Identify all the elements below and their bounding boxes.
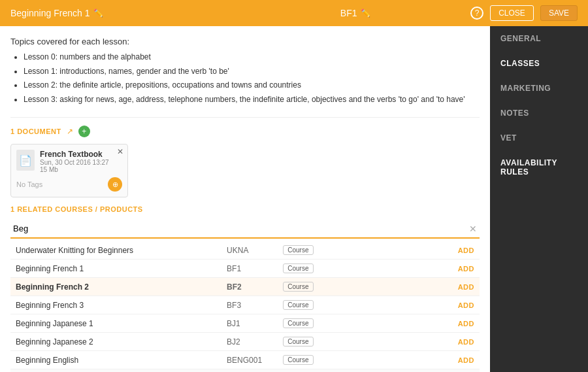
header-center: BF1 ✏️: [240, 8, 470, 18]
course-type: Course: [278, 333, 334, 351]
lesson-item: Lesson 1: introductions, names, gender a…: [24, 65, 480, 79]
course-action: ADD: [442, 351, 480, 369]
course-type: Course: [278, 278, 334, 296]
course-badge: Course: [283, 263, 313, 273]
course-action: ADD: [442, 314, 480, 333]
edit-title-icon[interactable]: ✏️: [93, 8, 103, 18]
document-tag-button[interactable]: ⊕: [108, 177, 122, 192]
course-badge: Course: [283, 318, 313, 328]
sidebar-item-classes[interactable]: CLASSES: [490, 51, 588, 76]
header: Beginning French 1 ✏️ BF1 ✏️ ? CLOSE SAV…: [0, 0, 588, 26]
add-course-button[interactable]: ADD: [458, 283, 474, 291]
main-content: Topics covered for each lesson: Lesson 0…: [0, 26, 490, 372]
course-extra: [334, 314, 442, 333]
add-course-button[interactable]: ADD: [458, 265, 474, 273]
courses-search-input[interactable]: [10, 220, 466, 237]
document-size: 15 Mb: [40, 166, 122, 173]
sidebar-item-marketing[interactable]: MARKETING: [490, 76, 588, 101]
course-code: BF1: [221, 260, 278, 278]
course-action: ADD: [442, 260, 480, 278]
course-code: BJ1: [221, 314, 278, 333]
sidebar-item-vet[interactable]: VET: [490, 126, 588, 150]
sidebar: GENERAL CLASSES MARKETING NOTES VET AVAI…: [490, 26, 588, 372]
lesson-item: Lesson 2: the definite article, preposit…: [24, 78, 480, 93]
course-name: Beginning French 3: [10, 296, 221, 314]
header-actions: ? CLOSE SAVE: [470, 5, 578, 21]
help-icon[interactable]: ?: [470, 7, 483, 20]
course-extra: [334, 241, 442, 260]
course-extra: [334, 333, 442, 351]
table-row: Underwater Knitting for Beginners UKNA C…: [10, 241, 480, 260]
add-course-button[interactable]: ADD: [458, 356, 474, 364]
course-title: Beginning French 1: [10, 8, 90, 18]
course-type: Course: [278, 314, 334, 333]
table-row: Beginning Japanese 2 BJ2 Course ADD: [10, 333, 480, 351]
course-name: Beginning English: [10, 351, 221, 369]
related-courses-count: 1 RELATED COURSES / PRODUCTS: [10, 205, 143, 213]
course-type: Course: [278, 260, 334, 278]
course-name: Beginning French 1: [10, 260, 221, 278]
course-extra: [334, 351, 442, 369]
add-course-button[interactable]: ADD: [458, 246, 474, 254]
sidebar-item-availability-rules[interactable]: AVAILABILITY RULES: [490, 150, 588, 184]
course-type: Course: [278, 241, 334, 260]
document-tags-placeholder: No Tags: [16, 180, 42, 188]
document-tags-row: No Tags ⊕: [16, 177, 122, 192]
course-code: BF3: [221, 296, 278, 314]
course-name: Beginning Japanese 1: [10, 314, 221, 333]
courses-table: Underwater Knitting for Beginners UKNA C…: [10, 241, 480, 372]
course-code: UKNA: [221, 241, 278, 260]
courses-search-row: ✕: [10, 220, 480, 239]
documents-count: 1 DOCUMENT: [10, 127, 61, 135]
course-badge: Course: [283, 245, 313, 255]
table-row: Beginning French 2 BF2 Course ADD: [10, 278, 480, 296]
document-close-button[interactable]: ✕: [117, 147, 123, 156]
table-row: Beginning Japanese 1 BJ1 Course ADD: [10, 314, 480, 333]
sidebar-item-general[interactable]: GENERAL: [490, 26, 588, 51]
course-code: BENG001: [221, 351, 278, 369]
sidebar-item-notes[interactable]: NOTES: [490, 101, 588, 126]
add-document-button[interactable]: +: [78, 126, 90, 137]
course-badge: Course: [283, 282, 313, 292]
course-extra: similar (Similar courses): [334, 369, 442, 372]
topics-heading: Topics covered for each lesson:: [10, 37, 480, 46]
course-badge: Course: [283, 355, 313, 365]
table-row: Beginning English BENG001 Course ADD: [10, 351, 480, 369]
document-icon: 📄: [16, 150, 35, 171]
related-courses-section: 1 RELATED COURSES / PRODUCTS ✕ Underwate…: [10, 205, 480, 372]
course-name: Beginning French 2: [10, 278, 221, 296]
course-extra: [334, 278, 442, 296]
course-action: [442, 369, 480, 372]
edit-code-icon[interactable]: ✏️: [361, 8, 370, 18]
course-type: Product: [278, 369, 334, 372]
courses-table-body: Underwater Knitting for Beginners UKNA C…: [10, 241, 480, 372]
course-extra: [334, 260, 442, 278]
course-type: Course: [278, 351, 334, 369]
course-action: ADD: [442, 333, 480, 351]
layout: Topics covered for each lesson: Lesson 0…: [0, 26, 588, 372]
document-name: French Textbook: [40, 150, 122, 159]
course-type: Course: [278, 296, 334, 314]
course-name: Le nouveau Taxi 1, Méthode de Français: [10, 369, 221, 372]
course-name: Underwater Knitting for Beginners: [10, 241, 221, 260]
add-course-button[interactable]: ADD: [458, 338, 474, 346]
course-code: LNT1: [221, 369, 278, 372]
course-code: BF1: [340, 8, 357, 18]
close-button[interactable]: CLOSE: [490, 5, 534, 21]
add-course-button[interactable]: ADD: [458, 301, 474, 309]
course-badge: Course: [283, 300, 313, 310]
header-title: Beginning French 1 ✏️: [10, 8, 240, 18]
documents-link-icon[interactable]: ↗: [67, 127, 73, 136]
document-card: ✕ 📄 French Textbook Sun, 30 Oct 2016 13:…: [10, 144, 128, 197]
topics-list: Lesson 0: numbers and the alphabet Lesso…: [10, 50, 480, 107]
table-row: Beginning French 3 BF3 Course ADD: [10, 296, 480, 314]
course-action: ADD: [442, 241, 480, 260]
add-course-button[interactable]: ADD: [458, 320, 474, 328]
document-card-header: 📄 French Textbook Sun, 30 Oct 2016 13:27…: [16, 150, 122, 173]
document-date: Sun, 30 Oct 2016 13:27: [40, 159, 122, 166]
courses-search-clear[interactable]: ✕: [466, 221, 480, 237]
related-courses-header: 1 RELATED COURSES / PRODUCTS: [10, 205, 480, 213]
save-button[interactable]: SAVE: [540, 5, 578, 21]
course-code: BJ2: [221, 333, 278, 351]
course-action: ADD: [442, 296, 480, 314]
